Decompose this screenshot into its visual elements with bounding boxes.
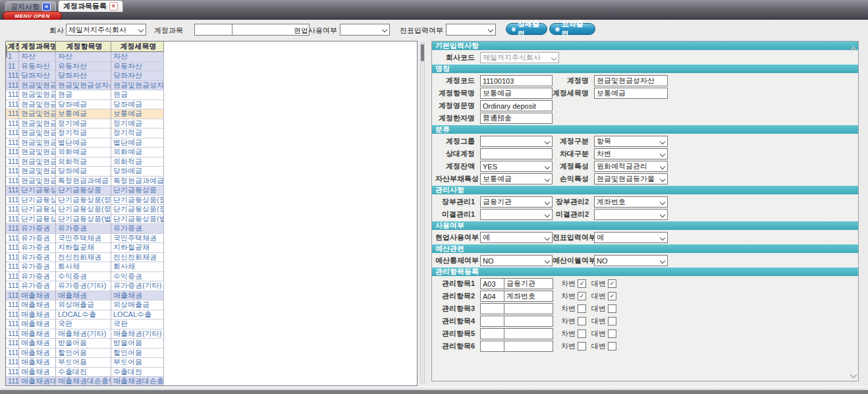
- tab-account-registration[interactable]: 계정과목등록 ×: [58, 0, 123, 12]
- credit-checkbox[interactable]: ✓: [608, 279, 616, 288]
- table-row[interactable]: 11100430매출채권부도어음부도어음: [6, 358, 417, 368]
- debit-checkbox[interactable]: [578, 304, 586, 313]
- debit-checkbox[interactable]: [578, 342, 586, 351]
- mgmt-item-code-input[interactable]: [480, 278, 504, 289]
- table-row[interactable]: 11100203단기금융상품단기금융상품(별,예)단기금융상품(별,예): [6, 215, 417, 225]
- table-row[interactable]: 11100111현금및현금성자산특정현금과예금특정현금과예금: [6, 177, 417, 186]
- slip-input-select[interactable]: [446, 24, 496, 36]
- book-mgmt2-select[interactable]: 계좌번호: [594, 196, 668, 208]
- mgmt-item-name-input[interactable]: [504, 328, 553, 339]
- table-row[interactable]: 11100110현금및현금성자산당좌예금당좌예금: [6, 167, 417, 177]
- mgmt-item-code-input[interactable]: [480, 303, 504, 314]
- close-icon[interactable]: ×: [109, 2, 118, 11]
- credit-checkbox[interactable]: [608, 317, 616, 325]
- table-row[interactable]: 111당좌자산당좌자산당좌자산: [6, 71, 417, 81]
- column-header-code[interactable]: 계정코드: [6, 42, 19, 52]
- debit-checkbox[interactable]: ✓: [578, 279, 586, 288]
- table-row[interactable]: 11100400매출채권매출채권매출채권: [6, 291, 417, 301]
- table-row[interactable]: 11100200단기금융상품단기금융상품단기금융상품: [6, 186, 417, 196]
- debit-checkbox[interactable]: ✓: [578, 292, 586, 300]
- account-english-input[interactable]: [480, 100, 553, 111]
- scroll-up-icon[interactable]: [850, 45, 856, 51]
- credit-checkbox[interactable]: ✓: [608, 292, 616, 300]
- debit-checkbox[interactable]: [578, 317, 586, 325]
- table-row[interactable]: 11100105현금및현금성자산정기적금정기적금: [6, 128, 417, 138]
- credit-checkbox[interactable]: [608, 342, 616, 351]
- credit-checkbox[interactable]: [608, 304, 616, 313]
- field-use-select[interactable]: [340, 24, 390, 36]
- table-scrollbar[interactable]: [420, 42, 425, 383]
- detail-print-button[interactable]: 상세출력: [506, 23, 547, 35]
- table-row[interactable]: 11유동자산유동자산유동자산: [6, 62, 417, 72]
- mgmt-item-name-input[interactable]: [504, 278, 553, 289]
- table-row[interactable]: 11100109현금및현금성자산외화적금외화적금: [6, 157, 417, 167]
- table-row[interactable]: 11100306유가증권수익증권수익증권: [6, 272, 417, 282]
- account-division-select[interactable]: 항목: [594, 136, 668, 147]
- company-code-select[interactable]: 제일저지주식회사: [480, 52, 559, 63]
- open-mgmt1-select[interactable]: [480, 209, 553, 220]
- open-mgmt2-select[interactable]: [594, 209, 668, 220]
- account-group-select[interactable]: [480, 136, 553, 147]
- table-row[interactable]: 11100201단기금융상품단기금융상품(정,예)단기금융상품(정,예): [6, 196, 417, 206]
- tab-notice[interactable]: 공지사항 ×: [5, 1, 56, 11]
- credit-checkbox[interactable]: [608, 329, 616, 338]
- table-row[interactable]: 11100301유가증권국민주택채권국민주택채권: [6, 234, 417, 244]
- field-use-select[interactable]: 예: [480, 232, 553, 243]
- table-row[interactable]: 11100103현금및현금성자산보통예금보통예금: [6, 109, 417, 119]
- table-row[interactable]: 11100107현금및현금성자산외화예금외화예금: [6, 148, 417, 157]
- table-row[interactable]: 11100100현금및현금성자산현금및현금성자산현금및현금성자산: [6, 81, 417, 91]
- column-header-subject[interactable]: 계정과목명: [19, 42, 56, 52]
- table-row[interactable]: 11100202단기금융상품단기금융상품(정,적)단기금융상품(정,적): [6, 205, 417, 215]
- company-select[interactable]: 제일저지주식회사: [66, 24, 146, 36]
- table-row[interactable]: 11100440매출채권수출대전수출대전: [6, 368, 417, 378]
- table-row[interactable]: 11100420매출채권받을어음받을어음: [6, 339, 417, 349]
- asset-liability-trait-select[interactable]: 보통예금: [480, 173, 553, 184]
- table-row[interactable]: 11100102현금및현금성자산당좌예금당좌예금: [6, 100, 417, 110]
- scrollbar-thumb[interactable]: [421, 44, 424, 61]
- account-item-input[interactable]: [480, 88, 553, 99]
- table-row[interactable]: 11100422매출채권할인어음할인어음: [6, 349, 417, 358]
- account-trait-select[interactable]: 원화예적금관리: [594, 161, 668, 172]
- table-row[interactable]: 11100412매출채권LOCAL수출LOCAL수출: [6, 310, 417, 320]
- account-balance-select[interactable]: YES: [480, 161, 553, 172]
- budget-control-select[interactable]: NO: [480, 255, 553, 266]
- table-row[interactable]: 11100410매출채권외상매출금외상매출금: [6, 300, 417, 310]
- debit-credit-division-select[interactable]: 차변: [594, 148, 668, 159]
- menu-open-button[interactable]: MENU OPEN: [3, 11, 62, 20]
- account-name-input[interactable]: [594, 75, 668, 86]
- column-header-item[interactable]: 계정항목명: [56, 42, 111, 52]
- mgmt-item-name-input[interactable]: [504, 341, 553, 352]
- table-row[interactable]: 11100104현금및현금성자산정기예금정기예금: [6, 119, 417, 129]
- counter-account-input[interactable]: [480, 148, 553, 159]
- table-row[interactable]: 11100300유가증권유가증권유가증권: [6, 224, 417, 234]
- table-row[interactable]: 11100309유가증권유가증권(기타)유가증권(기타): [6, 281, 417, 291]
- debit-checkbox[interactable]: [578, 329, 586, 338]
- account-code-from-input[interactable]: [194, 24, 232, 36]
- summary-print-button[interactable]: 요약출력: [549, 23, 595, 35]
- column-header-detail[interactable]: 계정세목명: [111, 42, 164, 52]
- mgmt-item-name-input[interactable]: [504, 303, 553, 314]
- table-row[interactable]: 11100500매출채권대손충당금매출채권대손충당금매출채권대손충당금: [6, 377, 417, 386]
- table-row[interactable]: 11100106현금및현금성자산별단예금별단예금: [6, 138, 417, 148]
- mgmt-item-code-input[interactable]: [480, 316, 504, 327]
- mgmt-item-code-input[interactable]: [480, 291, 504, 302]
- table-row[interactable]: 11100304유가증권전신전화채권전신전화채권: [6, 253, 417, 263]
- table-row[interactable]: 11100305유가증권회사채회사채: [6, 262, 417, 272]
- account-detail-input[interactable]: [594, 88, 668, 99]
- table-row[interactable]: 1자산자산자산: [6, 52, 417, 62]
- close-icon[interactable]: ×: [42, 3, 51, 11]
- budget-carryover-select[interactable]: NO: [594, 255, 668, 266]
- mgmt-item-code-input[interactable]: [480, 341, 504, 352]
- table-row[interactable]: 11100302유가증권지하철공채지하철공채: [6, 243, 417, 253]
- table-row[interactable]: 11100414매출채권국판국판: [6, 320, 417, 329]
- scroll-down-icon[interactable]: [850, 372, 856, 378]
- book-mgmt1-select[interactable]: 금융기관: [480, 196, 553, 208]
- profit-loss-trait-select[interactable]: 현금및현금등가물: [594, 173, 668, 184]
- slip-input-use-select[interactable]: 예: [594, 232, 668, 243]
- table-row[interactable]: 11100101현금및현금성자산현금현금: [6, 90, 417, 100]
- mgmt-item-name-input[interactable]: [504, 316, 553, 327]
- account-hanja-input[interactable]: [480, 113, 553, 124]
- table-row[interactable]: 11100419매출채권매출채권(기타)매출채권(기타): [6, 329, 417, 339]
- account-code-input[interactable]: [480, 75, 553, 86]
- mgmt-item-name-input[interactable]: [504, 291, 553, 302]
